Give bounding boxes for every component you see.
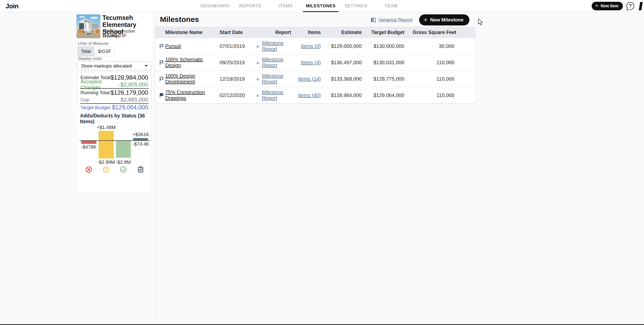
col-items: Items [293,29,327,35]
bar-chart-icon [257,44,260,48]
milestone-report-link[interactable]: Milestone Report [262,40,291,52]
new-item-button[interactable]: + New Item [592,2,623,10]
target-budget-value: $128,775,000 [368,76,410,82]
milestone-report-link[interactable]: Milestone Report [262,73,291,85]
gap-value: $2,885,000 [120,96,148,103]
milestone-flag-outline-icon [159,76,164,82]
milestone-report-link[interactable]: Milestone Report [262,89,291,101]
tab-items[interactable]: ITEMS [268,0,303,12]
table-row: 75% Construction Drawings 02/12/2020 Mil… [155,87,475,103]
milestones-table: Milestone Name Start Date Report Items E… [155,27,475,104]
display-costs-label: Display costs [78,56,102,61]
gap-label: Gap [80,97,90,103]
bar-pending[interactable] [99,131,114,158]
display-costs-value: Show markups allocated [81,63,132,69]
pending-add-label: +$1.48M [97,125,115,130]
adds-deducts-chart: Adds/Deducts by Status (36 Items) +$1.48… [77,113,151,193]
report-cell: Milestone Report [257,73,293,85]
units-option-gsf[interactable]: $/GSF [94,47,115,56]
col-start-date: Start Date [220,29,257,35]
display-costs-dropdown[interactable]: Show markups allocated [77,61,151,71]
flag-cell [155,44,165,49]
target-budget-value: $129,064,000 [368,92,410,98]
milestone-name-link[interactable]: 100% Design Development [165,73,195,84]
units-toggle: Total $/GSF [77,46,115,56]
pending-circle-question-icon[interactable]: ? [103,166,110,173]
flag-cell [155,93,165,98]
target-budget-value: $130,000,000 [368,43,410,49]
tab-dashboard[interactable]: DASHBOARD [197,0,233,12]
variance-report-link[interactable]: Variance Report [370,17,413,23]
flag-cell [155,76,165,82]
summary-divider [80,103,149,104]
bar-chart-icon [257,77,260,81]
incorporated-clipboard-check-icon[interactable] [137,166,144,173]
accepted-changes-value: -$2,805,000 [119,81,148,88]
gsf-value: 110,000 [410,92,475,98]
items-link[interactable]: Items (14) [298,76,321,82]
milestone-flag-filled-icon [159,93,164,98]
accepted-deduct-label: -$2.8M [116,159,131,165]
estimate-value: $136,497,000 [327,60,368,66]
col-estimate: Estimate [327,29,368,35]
bar-chart-icon [257,93,260,98]
items-link[interactable]: Items (40) [298,92,321,98]
bar-rejected[interactable] [81,141,96,144]
col-report: Report [257,29,293,35]
accepted-circle-check-icon[interactable] [120,166,127,173]
rejected-deduct-label: -$478K [81,144,96,150]
tab-team[interactable]: TEAM [374,0,409,12]
table-row: 100% Schematic Design 09/25/2019 Milesto… [155,54,475,71]
new-milestone-label: New Milestone [430,17,463,23]
chart-title: Adds/Deducts by Status (36 Items) [77,114,151,123]
plus-icon: + [424,16,427,23]
plus-icon: + [595,3,598,9]
summary-row-gap: Gap $2,885,000 [77,96,151,103]
estimate-value: $129,000,000 [327,43,368,49]
variance-report-label[interactable]: Variance Report [378,17,413,23]
page-title: Milestones [160,15,199,24]
nav-tabs: DASHBOARD REPORTS ITEMS MILESTONES SETTI… [197,0,409,12]
cost-summary: Estimate Total $128,984,000 Accepted Cha… [77,72,151,109]
estimate-value: $128,984,000 [327,92,368,98]
top-nav: Join DASHBOARD REPORTS ITEMS MILESTONES … [0,0,644,12]
project-sidebar: Join Tecumseh Elementary School 75% Cons… [76,12,152,193]
estimate-value: $133,368,000 [327,76,368,82]
units-option-total[interactable]: Total [78,47,94,56]
bar-chart-icon [257,60,260,65]
items-link[interactable]: Items (0) [301,43,321,49]
rejected-circle-x-icon[interactable] [85,166,92,173]
summary-row-accepted-changes: Accepted Changes -$2,805,000 [77,81,151,88]
milestone-name-link[interactable]: 100% Schematic Design [165,57,203,68]
gsf-value: 30,000 [410,43,475,49]
col-gross-square-feet: Gross Square Feet [410,29,475,35]
target-budget-label: Target Budget [80,105,110,110]
tab-milestones[interactable]: MILESTONES [303,0,338,12]
user-avatar-partial[interactable] [639,2,642,10]
help-icon[interactable]: ? [626,2,634,10]
flag-cell [155,60,165,65]
incorporated-deduct-label: -$74.4K [133,141,149,147]
summary-row-running-total: Running Total $126,179,000 [77,89,151,96]
project-gsf: 110,000 GSF [102,33,127,38]
project-photo-illustration: Join [76,14,100,38]
join-logo[interactable]: Join [6,2,18,10]
start-date: 07/01/2019 [220,43,257,49]
milestone-name-link[interactable]: Pursuit [165,43,181,49]
accepted-changes-label: Accepted Changes [80,79,119,90]
tab-settings[interactable]: SETTINGS [338,0,374,12]
variance-report-icon [370,17,376,23]
items-link[interactable]: Items (4) [301,60,321,65]
bar-accepted[interactable] [116,141,131,158]
gsf-value: 110,000 [410,76,475,82]
pending-deduct-label: -$2.89M [97,159,115,165]
milestone-name-link[interactable]: 75% Construction Drawings [165,89,205,101]
app-root: Join DASHBOARD REPORTS ITEMS MILESTONES … [0,0,644,325]
gsf-value: 110,000 [410,60,475,66]
start-date: 12/18/2019 [220,76,257,82]
tab-reports[interactable]: REPORTS [233,0,268,12]
milestone-report-link[interactable]: Milestone Report [262,57,291,68]
running-total-value: $126,179,000 [110,89,148,96]
new-milestone-button[interactable]: + New Milestone [419,14,469,25]
report-cell: Milestone Report [257,40,293,52]
